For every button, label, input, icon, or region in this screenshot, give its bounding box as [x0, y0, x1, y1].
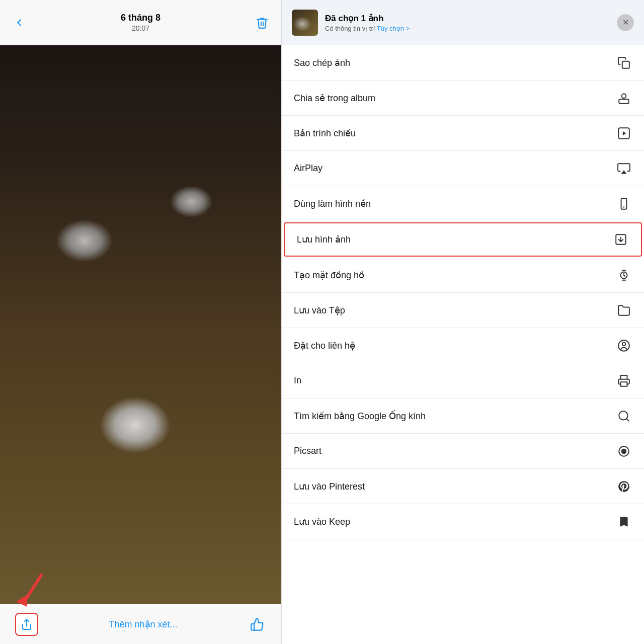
folder-icon — [616, 302, 632, 318]
menu-item-google-lens[interactable]: Tìm kiếm bằng Google Ống kính — [282, 398, 644, 434]
menu-item-save-file[interactable]: Lưu vào Tệp — [282, 293, 644, 328]
menu-item-watch-face-label: Tạo mặt đồng hồ — [294, 270, 364, 281]
menu-item-keep[interactable]: Lưu vào Keep — [282, 504, 644, 539]
left-panel: 6 tháng 8 20:07 — [0, 0, 282, 644]
svg-point-16 — [622, 342, 626, 346]
watch-icon — [616, 267, 632, 283]
share-sheet-subtitle: Có thông tin vị trí Tùy chọn > — [325, 25, 610, 32]
menu-item-contact[interactable]: Đặt cho liên hệ — [282, 328, 644, 363]
svg-marker-1 — [16, 595, 27, 607]
album-share-icon — [616, 90, 632, 106]
photo-view — [0, 45, 281, 604]
menu-item-keep-label: Lưu vào Keep — [294, 516, 350, 527]
svg-rect-3 — [622, 61, 629, 68]
menu-item-save-file-label: Lưu vào Tệp — [294, 305, 345, 316]
bottom-toolbar: Thêm nhận xét... — [0, 604, 281, 644]
download-icon — [613, 231, 629, 248]
delete-button[interactable] — [253, 14, 271, 32]
menu-item-copy-photo[interactable]: Sao chép ảnh — [282, 45, 644, 80]
menu-item-slideshow[interactable]: Bản trình chiếu — [282, 116, 644, 151]
menu-item-wallpaper[interactable]: Dùng làm hình nền — [282, 186, 644, 221]
svg-rect-5 — [619, 99, 629, 104]
svg-line-19 — [626, 419, 629, 421]
menu-item-airplay[interactable]: AirPlay — [282, 151, 644, 186]
copy-icon — [616, 55, 632, 71]
photo-date-group: 6 tháng 8 20:07 — [28, 13, 253, 32]
search-icon — [616, 408, 632, 424]
menu-item-pinterest[interactable]: Lưu vào Pinterest — [282, 469, 644, 504]
menu-item-contact-label: Đặt cho liên hệ — [294, 340, 355, 351]
location-info-text: Có thông tin vị trí — [325, 25, 375, 32]
phone-icon — [616, 196, 632, 212]
back-button[interactable] — [10, 14, 28, 32]
menu-item-picsart-label: Picsart — [294, 446, 321, 456]
menu-item-watch-face[interactable]: Tạo mặt đồng hồ — [282, 258, 644, 293]
share-button[interactable] — [15, 613, 38, 636]
menu-item-pinterest-label: Lưu vào Pinterest — [294, 481, 365, 492]
print-icon — [616, 373, 632, 389]
pinterest-icon — [616, 478, 632, 495]
svg-point-4 — [622, 94, 626, 98]
like-button[interactable] — [248, 615, 266, 633]
menu-item-save-image-label: Lưu hình ảnh — [297, 234, 351, 245]
menu-item-picsart[interactable]: Picsart — [282, 434, 644, 469]
menu-item-print-label: In — [294, 375, 301, 386]
svg-point-21 — [622, 449, 626, 453]
play-icon — [616, 125, 632, 141]
svg-marker-8 — [623, 131, 626, 135]
menu-item-copy-photo-label: Sao chép ảnh — [294, 57, 350, 68]
actions-menu: Sao chép ảnh Chia sẻ trong album Bản — [282, 45, 644, 644]
share-sheet-title: Đã chọn 1 ảnh — [325, 13, 610, 24]
share-button-wrapper — [15, 613, 38, 636]
menu-item-google-lens-label: Tìm kiếm bằng Google Ống kính — [294, 411, 426, 422]
menu-item-share-album-label: Chia sẻ trong album — [294, 93, 375, 104]
picsart-icon — [616, 443, 632, 459]
right-panel: Đã chọn 1 ảnh Có thông tin vị trí Tùy ch… — [282, 0, 644, 644]
photo-image — [0, 45, 281, 604]
svg-rect-17 — [621, 382, 627, 386]
menu-item-print[interactable]: In — [282, 363, 644, 398]
selected-photo-thumb — [292, 10, 318, 36]
menu-item-share-album[interactable]: Chia sẻ trong album — [282, 80, 644, 116]
options-link[interactable]: Tùy chọn > — [377, 25, 410, 32]
share-sheet-info: Đã chọn 1 ảnh Có thông tin vị trí Tùy ch… — [325, 13, 610, 32]
menu-item-airplay-label: AirPlay — [294, 163, 323, 174]
photo-time: 20:07 — [28, 24, 253, 32]
share-sheet-header: Đã chọn 1 ảnh Có thông tin vị trí Tùy ch… — [282, 0, 644, 45]
menu-item-slideshow-label: Bản trình chiếu — [294, 128, 356, 139]
close-button[interactable]: ✕ — [617, 14, 634, 31]
svg-marker-9 — [621, 170, 627, 174]
keep-icon — [616, 514, 632, 530]
menu-item-save-image[interactable]: Lưu hình ảnh — [284, 222, 642, 257]
arrow-indicator — [11, 573, 51, 608]
menu-item-wallpaper-label: Dùng làm hình nền — [294, 198, 371, 209]
photo-date: 6 tháng 8 — [28, 13, 253, 23]
contact-icon — [616, 338, 632, 354]
photo-header: 6 tháng 8 20:07 — [0, 0, 281, 45]
add-comment-button[interactable]: Thêm nhận xét... — [38, 619, 248, 630]
airplay-icon — [616, 160, 632, 177]
